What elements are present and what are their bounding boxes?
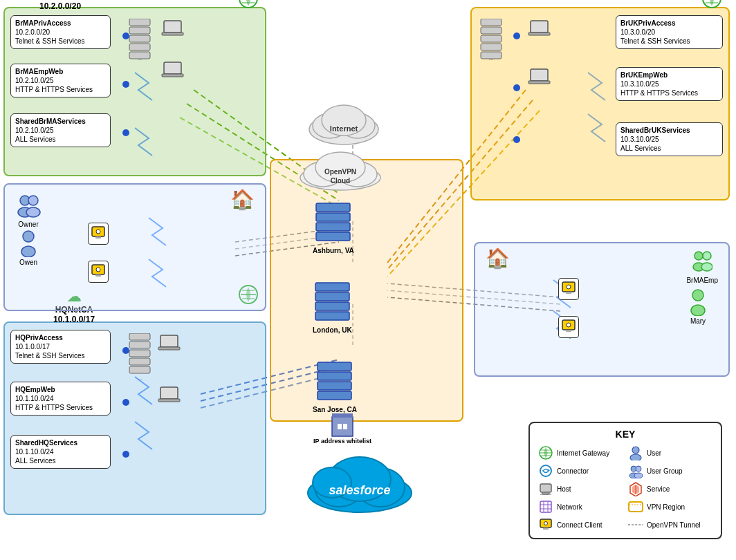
svg-point-63 [26, 207, 40, 217]
svg-point-105 [567, 323, 571, 327]
home-icon-uk: 🏠 [486, 247, 510, 270]
igw-uk [702, 0, 721, 10]
key-item-usergroup: User Group [628, 463, 712, 478]
home-icon-ma: 🏠 [230, 188, 255, 211]
connector-dot-ma-1 [122, 32, 129, 39]
region-branchnetuk: BranchNetUK 10.3.0.0/20 BrUKPrivAccess 1… [470, 7, 730, 200]
connector-dot-hq-2 [122, 399, 129, 406]
server-stack-hq: ··· [126, 333, 154, 389]
subnet-brma-priv: BrMAPrivAccess 10.2.0.0/20 Telnet & SSH … [10, 15, 111, 49]
svg-rect-35 [481, 44, 502, 50]
connector-dot-uk-1 [513, 32, 520, 39]
svg-rect-19 [129, 27, 150, 34]
branchuk-label: BranchNetUK 10.3.0.0/20 [486, 0, 600, 1]
svg-rect-26 [164, 62, 181, 74]
svg-rect-91 [318, 362, 351, 371]
svg-rect-34 [481, 35, 502, 42]
svg-point-102 [567, 285, 571, 289]
svg-point-70 [96, 268, 100, 272]
key-item-network: Network [538, 499, 623, 514]
key-box: KEY Internet Gateway [528, 422, 722, 539]
user-mary: Mary [688, 288, 708, 325]
key-title: KEY [538, 429, 712, 440]
subnet-bruk-priv: BrUKPrivAccess 10.3.0.0/20 Telnet & SSH … [616, 15, 723, 49]
owner-usergroup: Owner [15, 192, 42, 228]
svg-rect-47 [129, 342, 150, 348]
key-item-connectclient: Connect Client [538, 517, 623, 532]
diagram-container: BranchNetMA 10.2.0.0/20 BrMAPrivAccess 1… [0, 0, 736, 560]
region-remote-uk: 🏠 BrMAEmp Mary [474, 242, 730, 377]
svg-marker-124 [548, 469, 550, 471]
laptop-hq-2 [157, 385, 181, 407]
svg-rect-55 [158, 399, 180, 402]
user-owen: Owen [19, 230, 38, 266]
key-igw-icon [538, 445, 553, 460]
svg-point-98 [701, 263, 712, 271]
laptop-uk-1 [527, 19, 551, 41]
connect-client-uk-2 [558, 316, 579, 338]
svg-rect-24 [164, 21, 181, 32]
key-user-icon [628, 445, 643, 460]
key-network-icon [538, 499, 553, 514]
region-hqnetca: ☁ HQNetCA 10.1.0.0/17 HQPrivAccess 10.1.… [3, 321, 266, 515]
key-item-vpnregion: VPN Region [628, 499, 712, 514]
region-remote-ma: 🏠 Owner Owen [3, 183, 266, 311]
svg-rect-84 [316, 213, 350, 221]
key-usergroup-icon [628, 463, 643, 478]
svg-rect-27 [162, 74, 183, 77]
svg-rect-20 [129, 35, 150, 42]
svg-point-65 [21, 246, 35, 257]
svg-rect-39 [528, 32, 550, 35]
svg-point-143 [544, 522, 548, 525]
connect-client-uk-1 [558, 278, 579, 300]
svg-rect-109 [343, 424, 347, 429]
vpn-server-ashburn: Ashburn, VA [313, 202, 354, 254]
svg-rect-33 [481, 27, 502, 34]
svg-rect-110 [332, 413, 353, 418]
subnet-hq-priv: HQPrivAccess 10.1.0.0/17 Telnet & SSH Se… [10, 330, 111, 364]
svg-text:Internet: Internet [330, 124, 358, 133]
svg-text:Cloud: Cloud [331, 177, 350, 185]
svg-point-122 [630, 454, 641, 460]
subnet-hq-emp: HQEmpWeb 10.1.10.0/24 HTTP & HTTPS Servi… [10, 382, 111, 416]
salesforce-cloud: salesforce [301, 438, 418, 515]
vpn-server-london: London, UK [313, 281, 352, 334]
svg-rect-88 [315, 292, 349, 301]
svg-point-95 [694, 252, 703, 260]
svg-rect-135 [540, 501, 551, 512]
svg-rect-129 [540, 484, 551, 492]
svg-rect-144 [543, 528, 549, 530]
igw-ma [239, 0, 258, 10]
key-vpnregion-icon [628, 499, 643, 514]
key-host-icon [538, 481, 553, 496]
key-item-openvpntunnel: OpenVPN Tunnel [628, 517, 712, 532]
subnet-hq-shared: SharedHQServices 10.1.10.0/24 ALL Servic… [10, 435, 111, 469]
subnet-bruk-emp: BrUKEmpWeb 10.3.10.0/25 HTTP & HTTPS Ser… [616, 67, 723, 101]
svg-rect-92 [318, 372, 351, 380]
svg-rect-52 [160, 335, 178, 347]
openvpn-cloud: OpenVPN Cloud [292, 140, 389, 193]
key-grid: Internet Gateway User [538, 445, 712, 532]
laptop-uk-2 [527, 67, 551, 89]
svg-rect-71 [95, 274, 101, 277]
brma-emp-label: BrMAEmp [686, 249, 718, 284]
svg-rect-86 [316, 232, 350, 241]
subnet-brma-shared: SharedBrMAServices 10.2.10.0/25 ALL Serv… [10, 113, 111, 147]
laptop-ma-2 [160, 60, 185, 82]
svg-point-100 [691, 305, 705, 316]
svg-rect-103 [566, 292, 571, 294]
svg-text:···: ··· [489, 57, 494, 63]
svg-rect-38 [531, 21, 548, 32]
svg-rect-25 [162, 32, 183, 35]
branchma-label: BranchNetMA 10.2.0.0/20 [39, 0, 94, 11]
connector-dot-uk-3 [513, 136, 520, 143]
svg-text:···: ··· [138, 57, 142, 63]
connector-dot-ma-3 [122, 129, 129, 136]
server-stack-uk: ··· [477, 19, 505, 67]
svg-rect-53 [158, 347, 180, 350]
svg-rect-32 [481, 19, 502, 26]
svg-rect-90 [315, 312, 349, 320]
svg-rect-93 [318, 382, 351, 390]
svg-rect-108 [338, 424, 342, 429]
svg-point-62 [28, 196, 38, 205]
